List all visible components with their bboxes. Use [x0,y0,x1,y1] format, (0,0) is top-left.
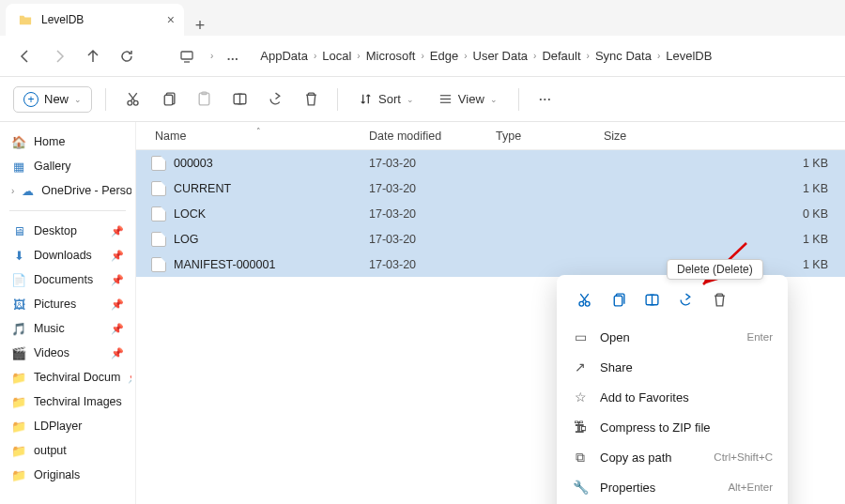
ctx-open[interactable]: ▭OpenEnter [557,322,788,352]
chevron-right-icon: › [11,183,14,198]
sidebar-item-folder[interactable]: 📁Techviral Docum📌 [4,365,131,389]
refresh-button[interactable] [116,46,137,67]
svg-point-1 [127,100,131,105]
crumb[interactable]: User Data [473,49,529,63]
sidebar-item-gallery[interactable]: ▦Gallery [4,154,131,178]
gallery-icon: ▦ [11,159,26,174]
context-menu: ▭OpenEnter ↗Share ☆Add to Favorites 🗜Com… [557,275,788,504]
file-row[interactable]: LOG17-03-201 KB [136,226,845,252]
file-size: 1 KB [604,157,845,170]
file-row[interactable]: CURRENT17-03-201 KB [136,176,845,201]
tab-bar: LevelDB × + [0,0,845,36]
file-name: LOCK [174,207,206,221]
pin-icon: 📌 [111,250,124,262]
ctx-delete-icon[interactable] [705,286,733,313]
file-row[interactable]: 00000317-03-201 KB [136,150,845,176]
svg-point-2 [133,100,138,105]
tab-leveldb[interactable]: LevelDB × [6,4,184,36]
file-icon [151,257,166,272]
cut-icon[interactable] [119,86,146,113]
new-tab-button[interactable]: + [184,16,216,36]
sidebar-item-onedrive[interactable]: ›☁OneDrive - Persona [4,178,131,203]
column-name[interactable]: Name˄ [136,130,369,143]
crumb[interactable]: Microsoft [366,49,416,63]
pin-icon: 📌 [111,225,124,237]
more-path-icon[interactable]: … [226,46,239,67]
pc-icon[interactable] [177,46,197,67]
crumb[interactable]: Edge [430,49,458,63]
folder-icon: 📁 [11,419,26,434]
file-size: 1 KB [604,182,845,195]
ctx-zip[interactable]: 🗜Compress to ZIP file [557,412,788,442]
breadcrumb: AppData› Local› Microsoft› Edge› User Da… [260,49,712,63]
svg-point-9 [585,301,590,306]
folder-icon: 📁 [11,467,26,482]
ctx-rename-icon[interactable] [638,286,666,313]
ctx-quick-actions [557,281,788,322]
rename-icon[interactable] [226,86,253,113]
new-button[interactable]: + New ⌄ [13,86,92,113]
ctx-cut-icon[interactable] [570,286,598,313]
forward-button[interactable] [49,46,69,67]
svg-point-8 [578,301,583,306]
chevron-right-icon: › [210,51,213,61]
delete-icon[interactable] [298,86,324,113]
file-date: 17-03-20 [369,233,496,246]
folder-icon [19,13,32,26]
file-icon [151,232,166,247]
videos-icon: 🎬 [11,345,26,360]
open-icon: ▭ [572,328,589,345]
file-name: MANIFEST-000001 [174,258,275,271]
more-icon[interactable]: ··· [532,86,559,113]
close-icon[interactable]: × [167,12,175,27]
ctx-copypath[interactable]: ⧉Copy as pathCtrl+Shift+C [557,442,788,472]
ctx-properties[interactable]: 🔧PropertiesAlt+Enter [557,472,788,502]
sort-button[interactable]: Sort ⌄ [351,88,422,110]
crumb[interactable]: AppData [260,49,308,63]
column-date[interactable]: Date modified [369,130,496,143]
wrench-icon: 🔧 [572,479,589,496]
folder-icon: 📁 [11,443,26,458]
back-button[interactable] [15,46,36,67]
file-icon [151,156,166,171]
sidebar-item-folder[interactable]: 📁Originals [4,463,131,487]
file-name: 000003 [174,157,213,170]
column-type[interactable]: Type [496,130,604,143]
file-row[interactable]: LOCK17-03-200 KB [136,201,845,226]
share-icon[interactable] [262,86,288,113]
paste-icon[interactable] [191,86,217,113]
ctx-share-icon[interactable] [671,286,699,313]
sidebar-item-downloads[interactable]: ⬇Downloads📌 [4,243,131,267]
sidebar-item-folder[interactable]: 📁output [4,438,131,463]
sidebar-item-home[interactable]: 🏠Home [4,130,131,154]
sidebar-item-folder[interactable]: 📁LDPlayer [4,414,131,438]
view-button[interactable]: View ⌄ [431,88,505,110]
svg-rect-10 [614,296,622,306]
music-icon: 🎵 [11,321,26,336]
column-size[interactable]: Size [604,130,845,143]
sidebar-item-videos[interactable]: 🎬Videos📌 [4,341,131,365]
ctx-share[interactable]: ↗Share [557,352,788,382]
pin-icon: 📌 [111,323,124,335]
ctx-favorites[interactable]: ☆Add to Favorites [557,382,788,412]
desktop-icon: 🖥 [11,223,26,238]
sidebar-item-pictures[interactable]: 🖼Pictures📌 [4,292,131,316]
sidebar-item-music[interactable]: 🎵Music📌 [4,316,131,341]
file-area: Name˄ Date modified Type Size 00000317-0… [136,122,845,504]
file-date: 17-03-20 [369,258,496,271]
crumb[interactable]: LevelDB [666,49,712,63]
sidebar-item-folder[interactable]: 📁Techviral Images [4,389,131,414]
crumb[interactable]: Sync Data [595,49,652,63]
up-button[interactable] [83,46,103,67]
main-area: 🏠Home ▦Gallery ›☁OneDrive - Persona 🖥Des… [0,122,845,504]
crumb[interactable]: Default [542,49,580,63]
file-icon [151,206,166,221]
copy-icon[interactable] [155,86,181,113]
tooltip-delete: Delete (Delete) [667,259,763,280]
crumb[interactable]: Local [322,49,351,63]
ctx-copy-icon[interactable] [604,286,632,313]
svg-rect-0 [181,52,192,59]
sidebar-item-documents[interactable]: 📄Documents📌 [4,267,131,292]
sidebar-item-desktop[interactable]: 🖥Desktop📌 [4,219,131,243]
file-name: LOG [174,233,198,246]
